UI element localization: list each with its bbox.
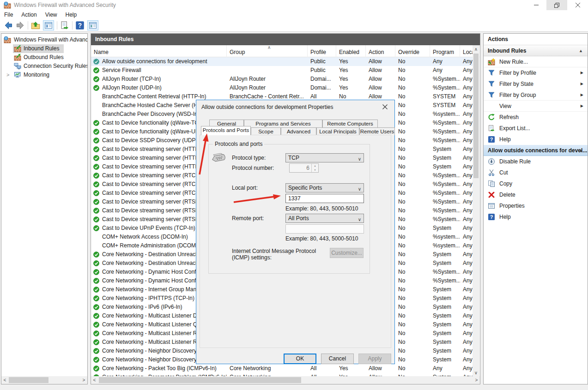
action-delete[interactable]: Delete xyxy=(484,189,588,200)
column-header-profile[interactable]: Profile xyxy=(308,45,336,57)
actions-section-header[interactable]: Allow outside connections for devel...▲ xyxy=(484,145,588,156)
action-filter-by-profile[interactable]: Filter by Profile▶ xyxy=(484,67,588,78)
tab-remote-computers[interactable]: Remote Computers xyxy=(322,120,378,127)
scroll-left-icon[interactable]: < xyxy=(1,376,8,384)
menu-view[interactable]: View xyxy=(41,10,61,19)
sidebar-item-monitoring[interactable]: >Monitoring xyxy=(1,71,87,79)
protocol-type-select[interactable]: TCP ∨ xyxy=(285,153,364,162)
protocol-type-value: TCP xyxy=(288,155,299,161)
action-new-rule[interactable]: New Rule... xyxy=(484,56,588,67)
table-row[interactable]: AllJoyn Router (UDP-In)AllJoyn RouterDom… xyxy=(91,84,473,92)
column-header-program[interactable]: Program xyxy=(430,45,460,57)
column-header-enabled[interactable]: Enabled xyxy=(336,45,366,57)
cell-local: Any xyxy=(460,364,473,373)
scrollbar-thumb[interactable] xyxy=(9,377,48,383)
menu-help[interactable]: Help xyxy=(61,10,81,19)
dialog-close-icon[interactable] xyxy=(378,102,392,112)
forward-icon[interactable] xyxy=(16,21,25,30)
minimize-button[interactable] xyxy=(526,0,546,10)
column-header-local[interactable]: Local Address xyxy=(460,45,473,57)
toolbar-separator xyxy=(28,21,28,30)
sidebar-item-connection-security-rules[interactable]: Connection Security Rules xyxy=(1,62,87,71)
action-label: New Rule... xyxy=(499,59,528,65)
scroll-up-icon[interactable]: ∧ xyxy=(473,45,479,53)
help-icon[interactable]: ? xyxy=(75,21,85,30)
action-export-list[interactable]: Export List... xyxy=(484,123,588,134)
action-properties[interactable]: Properties xyxy=(484,200,588,211)
collapse-icon[interactable]: ▲ xyxy=(579,45,583,56)
cell-local: Any xyxy=(460,241,473,250)
actions-section-header[interactable]: Inbound Rules▲ xyxy=(484,45,588,56)
menu-file[interactable]: File xyxy=(0,10,17,19)
cell-local: Any xyxy=(460,285,473,294)
action-filter-by-group[interactable]: Filter by Group▶ xyxy=(484,90,588,101)
cell-program: System xyxy=(430,303,460,312)
protocol-number-stepper[interactable]: 6 ▲▼ xyxy=(289,163,319,173)
show-action-pane-icon[interactable] xyxy=(87,20,98,30)
cell-override: No xyxy=(395,355,430,364)
rules-horizontal-scrollbar[interactable]: < > xyxy=(91,376,480,384)
scrollbar-thumb[interactable] xyxy=(473,54,479,178)
copy-icon xyxy=(488,180,495,187)
tab-advanced[interactable]: Advanced xyxy=(281,127,316,135)
column-header-override[interactable]: Override xyxy=(395,45,430,57)
ok-button[interactable]: OK xyxy=(284,354,316,364)
table-row[interactable]: AllJoyn Router (TCP-In)AllJoyn RouterDom… xyxy=(91,75,473,84)
scrollbar-thumb[interactable] xyxy=(99,377,301,383)
cancel-button[interactable]: Cancel xyxy=(321,354,354,364)
menu-action[interactable]: Action xyxy=(17,10,41,19)
action-help[interactable]: ?Help xyxy=(484,211,588,222)
scroll-down-icon[interactable]: ∨ xyxy=(473,369,479,377)
cell-override: No xyxy=(395,119,430,127)
column-header-action[interactable]: Action xyxy=(366,45,395,57)
export-list-icon[interactable] xyxy=(60,21,69,30)
cell-program: %System... xyxy=(430,189,460,198)
column-header-group[interactable]: Group xyxy=(227,45,308,57)
spinner-arrows-icon[interactable]: ▲▼ xyxy=(311,164,318,172)
expand-icon[interactable]: > xyxy=(6,71,9,79)
scroll-right-icon[interactable]: > xyxy=(80,376,87,384)
action-copy[interactable]: Copy xyxy=(484,178,588,189)
action-cut[interactable]: Cut xyxy=(484,167,588,178)
collapse-icon[interactable]: ▲ xyxy=(579,145,583,156)
cell-program: %system... xyxy=(430,233,460,241)
close-button[interactable] xyxy=(567,0,588,10)
show-console-tree-icon[interactable] xyxy=(43,20,54,30)
cell-local: Any xyxy=(460,294,473,303)
cell-profile: Public xyxy=(308,66,336,75)
tree-horizontal-scrollbar[interactable]: < > xyxy=(1,376,87,384)
cell-enabled: Yes xyxy=(336,364,366,373)
tab-programs-and-services[interactable]: Programs and Services xyxy=(244,120,322,127)
cell-program: System xyxy=(430,294,460,303)
remote-port-select[interactable]: All Ports ∨ xyxy=(285,214,364,223)
sidebar-item-outbound-rules[interactable]: Outbound Rules xyxy=(1,53,87,62)
protocol-number-label: Protocol number: xyxy=(232,165,274,171)
rules-vertical-scrollbar[interactable]: ∧ ∨ xyxy=(473,45,479,377)
scroll-right-icon[interactable]: > xyxy=(473,376,480,384)
tab-remote-users[interactable]: Remote Users xyxy=(359,127,395,135)
groupbox-label: Protocols and ports xyxy=(213,141,264,147)
action-help[interactable]: ?Help xyxy=(484,134,588,145)
column-header-name[interactable]: Name xyxy=(91,45,227,57)
tab-protocols-and-ports[interactable]: Protocols and Ports xyxy=(201,126,251,135)
action-filter-by-state[interactable]: Filter by State▶ xyxy=(484,78,588,90)
table-row[interactable]: Allow outside connections for developmen… xyxy=(91,57,473,66)
scroll-left-icon[interactable]: < xyxy=(91,376,98,384)
action-view[interactable]: View▶ xyxy=(484,101,588,112)
action-refresh[interactable]: Refresh xyxy=(484,112,588,123)
restore-button[interactable] xyxy=(546,0,567,10)
table-row[interactable]: Core Networking - Packet Too Big (ICMPv6… xyxy=(91,364,473,373)
table-row[interactable]: Service FirewallPublicYesAllowNoAnyAny xyxy=(91,66,473,75)
tree-root-item[interactable]: Windows Firewall with Advanced Security xyxy=(1,36,87,44)
sidebar-item-inbound-rules[interactable]: Inbound Rules xyxy=(1,44,87,53)
cell-override: No xyxy=(395,206,430,215)
cell-program: System xyxy=(430,355,460,364)
local-port-input[interactable]: 1337 xyxy=(285,194,364,203)
folder-up-icon[interactable] xyxy=(31,21,40,30)
back-icon[interactable] xyxy=(4,21,13,30)
local-port-select[interactable]: Specific Ports ∨ xyxy=(285,183,364,192)
cell-override: No xyxy=(395,285,430,294)
tab-local-principals[interactable]: Local Principals xyxy=(316,127,359,135)
action-disable-rule[interactable]: Disable Rule xyxy=(484,156,588,167)
tab-scope[interactable]: Scope xyxy=(251,127,281,135)
